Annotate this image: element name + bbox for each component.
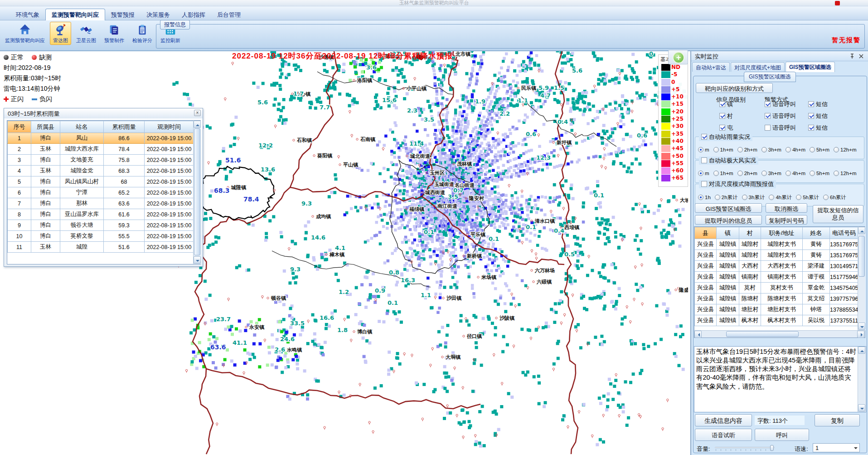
radio-option[interactable]: m: [698, 171, 709, 176]
close-icon[interactable]: ×: [194, 110, 201, 116]
menu-tab-3[interactable]: 预警预报: [105, 9, 141, 21]
rain-table-scrollbar[interactable]: [193, 121, 201, 264]
scroll-down-icon[interactable]: [194, 256, 201, 264]
contact-col-header[interactable]: 县: [695, 227, 717, 239]
close-icon[interactable]: [858, 53, 864, 59]
radio-option[interactable]: 1h+m: [713, 147, 733, 152]
scroll-left-icon[interactable]: [694, 331, 702, 338]
radio-icon[interactable]: [769, 195, 774, 200]
rain-table-window[interactable]: 03时~15时累积雨量 × 序号所属县站名累积雨量观测时间1博白凤山86.620…: [4, 108, 203, 267]
checkbox[interactable]: [808, 101, 814, 107]
copy-button[interactable]: 复制: [815, 414, 860, 426]
panel-tab-2[interactable]: 对流尺度模式+地图: [731, 62, 785, 72]
zoom-in-button[interactable]: +: [673, 52, 684, 64]
contacts-table[interactable]: 县镇村职务/地址姓名电话号码兴业县城隍镇城隍村城隍村支书黄铸135176975兴…: [694, 226, 865, 338]
radio-option[interactable]: 12h+m: [834, 171, 856, 176]
table-row[interactable]: 兴业县城隍镇枫木村枫木村支书吴以悦137375511: [695, 315, 859, 326]
level-checkbox[interactable]: 村: [719, 112, 733, 120]
extract-call-informers-button[interactable]: 提取呼叫的信息员: [695, 215, 762, 225]
checkbox[interactable]: [765, 113, 771, 119]
scroll-thumb[interactable]: [858, 236, 865, 277]
rain-col-header[interactable]: 观测时间: [145, 121, 194, 133]
table-row[interactable]: 8博白亚山温罗水库61.62022-08-19 15:00: [8, 209, 194, 220]
radio-option[interactable]: 5h累计: [796, 195, 819, 200]
table-row[interactable]: 10博白英桥文黎55.52022-08-19 15:00: [8, 231, 194, 242]
table-row[interactable]: 兴业县城隍镇莫村莫村支书覃金乾134575405: [695, 283, 859, 294]
radio-icon[interactable]: [834, 171, 839, 176]
contact-col-header[interactable]: 职务/地址: [761, 227, 803, 239]
table-row[interactable]: 兴业县城隍镇塘肚村塘肚村支书钟塔137885534: [695, 304, 859, 315]
table-row[interactable]: 兴业县城隍镇城隍村城隍村支书黄铸135176975: [695, 239, 859, 250]
radio-option[interactable]: m: [698, 147, 709, 152]
voice-call-checkbox[interactable]: 语音呼叫: [765, 124, 796, 132]
radio-option[interactable]: 5h+m: [810, 171, 829, 176]
radio-icon[interactable]: [698, 195, 703, 200]
checkbox[interactable]: [701, 134, 707, 140]
radio-icon[interactable]: [810, 171, 815, 176]
contacts-hscrollbar[interactable]: [694, 330, 865, 338]
radio-icon[interactable]: [761, 147, 767, 152]
contacts-vscrollbar[interactable]: [858, 227, 865, 330]
table-row[interactable]: 4玉林城隍金党68.32022-08-19 15:00: [8, 166, 194, 176]
rain-col-header[interactable]: 累积雨量: [104, 121, 145, 133]
table-row[interactable]: 2玉林城隍大西水库78.42022-08-19 15:00: [8, 144, 194, 155]
table-row[interactable]: 7博白那林63.62022-08-19 15:00: [8, 198, 194, 209]
table-row[interactable]: 3博白文地姜充75.82022-08-19 15:00: [8, 155, 194, 166]
radio-icon[interactable]: [786, 147, 791, 152]
toolbar-item-1[interactable]: 监测预警靶向叫应: [2, 22, 48, 45]
table-row[interactable]: 兴业县城隍镇陈塘村陈塘村支书莫文绍139775796: [695, 294, 859, 304]
extract-sms-informers-button[interactable]: 提取发短信的信息员: [813, 205, 863, 223]
voice-call-checkbox[interactable]: 语音呼叫: [765, 112, 796, 120]
checkbox[interactable]: [701, 181, 707, 187]
table-row[interactable]: 11玉林城隍51.62022-08-19 15:00: [8, 242, 194, 253]
panel-tab-3[interactable]: GIS预警区域圈选: [786, 62, 835, 72]
checkbox[interactable]: [765, 125, 771, 131]
voice-call-checkbox[interactable]: 语音呼叫: [765, 100, 796, 108]
menu-tab-5[interactable]: 人影指挥: [176, 9, 211, 21]
radio-icon[interactable]: [796, 195, 801, 200]
toolbar-item-5[interactable]: 检验评分: [129, 22, 155, 45]
checkbox[interactable]: [719, 101, 725, 107]
radio-option[interactable]: 3h累计: [742, 195, 765, 200]
contact-col-header[interactable]: 姓名: [803, 227, 830, 239]
radio-icon[interactable]: [715, 195, 720, 200]
rain-col-header[interactable]: 序号: [8, 121, 31, 133]
radio-option[interactable]: 6h累计: [823, 195, 846, 200]
contact-col-header[interactable]: 村: [739, 227, 761, 239]
scroll-up-icon[interactable]: [858, 227, 865, 234]
message-scrollbar[interactable]: [858, 347, 865, 412]
menu-tab-4[interactable]: 决策服务: [141, 9, 176, 21]
radio-option[interactable]: 2h+m: [737, 171, 757, 176]
checkbox[interactable]: [719, 125, 725, 131]
radio-icon[interactable]: [786, 171, 791, 176]
toolbar-item-3[interactable]: 卫星云图: [73, 22, 99, 45]
table-row[interactable]: 5博白凤山镇凤山村682022-08-19 15:00: [8, 176, 194, 187]
radio-option[interactable]: 4h累计: [769, 195, 792, 200]
menu-tab-6[interactable]: 后台管理: [211, 9, 247, 21]
checkbox[interactable]: [765, 101, 771, 107]
radio-icon[interactable]: [737, 171, 743, 176]
scroll-thumb[interactable]: [726, 331, 799, 337]
radio-option[interactable]: 2h+m: [737, 147, 757, 152]
checkbox[interactable]: [701, 157, 707, 163]
toolbar-item-4[interactable]: 预警制作: [101, 22, 127, 45]
radio-option[interactable]: 5h+m: [810, 147, 829, 152]
checkbox[interactable]: [808, 125, 814, 131]
table-row[interactable]: 兴业县城隍镇大西村大西村支书梁泽建130149571: [695, 261, 859, 272]
sms-checkbox[interactable]: 短信: [808, 124, 828, 132]
scroll-thumb[interactable]: [194, 128, 200, 255]
radio-icon[interactable]: [823, 195, 829, 200]
scroll-up-icon[interactable]: [194, 121, 201, 128]
radio-icon[interactable]: [810, 147, 815, 152]
call-level-mode-button[interactable]: 靶向叫应的级别和方式: [696, 83, 773, 93]
call-button[interactable]: 呼叫: [755, 429, 809, 441]
voice-preview-button[interactable]: 语音试听: [695, 429, 752, 441]
radio-icon[interactable]: [742, 195, 747, 200]
radio-option[interactable]: 4h+m: [786, 147, 805, 152]
menu-tab-2[interactable]: 监测预警靶向叫应: [45, 9, 105, 21]
radio-option[interactable]: 12h+m: [834, 147, 856, 152]
contact-col-header[interactable]: 镇: [717, 227, 739, 239]
radio-icon[interactable]: [834, 147, 839, 152]
sms-checkbox[interactable]: 短信: [808, 100, 828, 108]
rain-col-header[interactable]: 所属县: [31, 121, 60, 133]
